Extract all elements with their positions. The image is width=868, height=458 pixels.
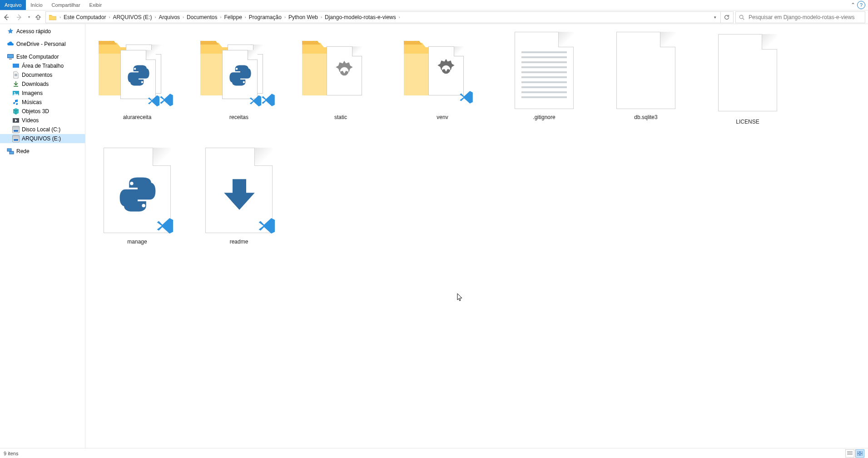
vscode-icon — [146, 93, 162, 109]
crumb-python-web[interactable]: Python Web› — [287, 14, 323, 20]
item-label: manage — [127, 239, 147, 245]
python-icon — [228, 63, 253, 88]
file-dbsqlite3[interactable]: db.sqlite3 — [605, 30, 687, 125]
nav-tree: Acesso rápido OneDrive - Personal Este C… — [0, 24, 85, 448]
nav-recent-button[interactable]: ▾ — [25, 11, 33, 24]
crumb-arquivos-e[interactable]: ARQUIVOS (E:)› — [111, 14, 157, 20]
svg-rect-4 — [13, 64, 19, 68]
svg-rect-9 — [10, 151, 14, 154]
pictures-icon — [12, 89, 20, 97]
crumb-este-computador[interactable]: Este Computador› — [62, 14, 111, 20]
tree-this-pc[interactable]: Este Computador — [0, 52, 85, 61]
tree-documents[interactable]: Documentos — [0, 70, 85, 80]
ribbon-tabs: Arquivo Início Compartilhar Exibir ⌃ ? — [0, 0, 868, 10]
cube-icon — [12, 107, 20, 115]
svg-point-0 — [739, 15, 743, 19]
cloud-icon — [6, 40, 15, 48]
nav-back-button[interactable] — [0, 11, 13, 24]
back-arrow-icon — [3, 14, 10, 21]
refresh-icon — [724, 14, 730, 20]
crumb-programacao[interactable]: Programação› — [247, 14, 287, 20]
folder-venv[interactable]: venv — [402, 30, 483, 125]
document-icon — [12, 71, 20, 79]
monitor-icon — [6, 53, 15, 61]
gear-icon — [433, 57, 459, 82]
music-icon — [12, 98, 20, 106]
nav-toolbar: ▾ › Este Computador› ARQUIVOS (E:)› Arqu… — [0, 10, 868, 24]
svg-rect-3 — [9, 59, 12, 60]
blankfile-icon — [616, 32, 675, 109]
item-label: venv — [436, 114, 448, 120]
vscode-icon — [458, 89, 475, 105]
tree-onedrive[interactable]: OneDrive - Personal — [0, 40, 85, 49]
folder-icon — [49, 13, 57, 21]
ribbon-collapse-icon[interactable]: ⌃ — [851, 2, 855, 8]
tab-exibir[interactable]: Exibir — [85, 0, 107, 10]
disk-icon — [12, 125, 20, 134]
refresh-button[interactable] — [720, 12, 732, 23]
item-label: static — [334, 114, 347, 120]
python-icon — [117, 174, 158, 215]
nav-forward-button[interactable] — [13, 11, 25, 24]
tab-compartilhar[interactable]: Compartilhar — [47, 0, 85, 10]
svg-rect-10 — [857, 451, 859, 453]
mouse-cursor-icon — [457, 293, 463, 302]
file-license[interactable]: LICENSE — [707, 30, 789, 125]
tree-disk-c[interactable]: Disco Local (C:) — [0, 125, 85, 134]
svg-rect-2 — [8, 55, 13, 58]
view-largeicons-button[interactable] — [855, 449, 864, 458]
item-label: readme — [230, 239, 248, 245]
item-label: db.sqlite3 — [634, 114, 657, 120]
status-bar: 9 itens — [0, 448, 868, 458]
tab-inicio[interactable]: Início — [26, 0, 47, 10]
tree-music[interactable]: Músicas — [0, 98, 85, 107]
crumb-django[interactable]: Django-modelo-rotas-e-views› — [323, 14, 401, 20]
svg-point-6 — [14, 92, 15, 94]
tree-network[interactable]: Rede — [0, 147, 85, 156]
search-icon — [736, 14, 748, 20]
python-icon — [126, 63, 151, 88]
crumb-arquivos[interactable]: Arquivos› — [157, 14, 185, 20]
view-details-button[interactable] — [845, 449, 854, 458]
vscode-icon — [248, 93, 264, 109]
tree-videos[interactable]: Vídeos — [0, 116, 85, 125]
folder-alurareceita[interactable]: alurareceita — [96, 30, 178, 125]
svg-rect-8 — [7, 149, 11, 151]
tree-quick-access[interactable]: Acesso rápido — [0, 27, 85, 36]
crumb-documentos[interactable]: Documentos› — [185, 14, 222, 20]
address-history-button[interactable]: ▾ — [710, 12, 719, 23]
folder-static[interactable]: static — [300, 30, 382, 125]
item-label: .gitignore — [533, 114, 555, 120]
file-manage[interactable]: manage — [96, 145, 178, 245]
tree-desktop[interactable]: Área de Trabalho — [0, 61, 85, 70]
tree-disk-e[interactable]: ARQUIVOS (E:) — [0, 134, 85, 143]
vscode-icon — [156, 216, 175, 235]
search-input[interactable] — [748, 14, 865, 21]
disk-icon — [12, 134, 20, 143]
grid-icon — [857, 451, 863, 456]
tree-downloads[interactable]: Downloads — [0, 80, 85, 89]
item-label: receitas — [229, 114, 248, 120]
status-count: 9 itens — [4, 451, 18, 456]
nav-up-button[interactable] — [33, 14, 44, 21]
item-label: LICENSE — [736, 119, 759, 125]
file-grid[interactable]: alurareceita — [85, 24, 868, 448]
tab-arquivo[interactable]: Arquivo — [0, 0, 26, 10]
tree-pictures[interactable]: Imagens — [0, 89, 85, 98]
blankfile-icon — [718, 34, 777, 111]
forward-arrow-icon — [15, 14, 23, 21]
markdownfile-icon — [205, 148, 273, 233]
tree-objects3d[interactable]: Objetos 3D — [0, 107, 85, 116]
folder-receitas[interactable]: receitas — [198, 30, 280, 125]
svg-rect-12 — [857, 454, 859, 456]
help-icon[interactable]: ? — [857, 1, 865, 9]
up-arrow-icon — [35, 14, 42, 21]
down-arrow-icon — [219, 174, 260, 215]
file-readme[interactable]: readme — [198, 145, 280, 245]
file-gitignore[interactable]: .gitignore — [503, 30, 585, 125]
video-icon — [12, 116, 20, 124]
search-box[interactable] — [735, 11, 865, 23]
textfile-icon — [515, 32, 574, 109]
address-bar[interactable]: › Este Computador› ARQUIVOS (E:)› Arquiv… — [45, 11, 734, 23]
crumb-felippe[interactable]: Felippe› — [222, 14, 247, 20]
